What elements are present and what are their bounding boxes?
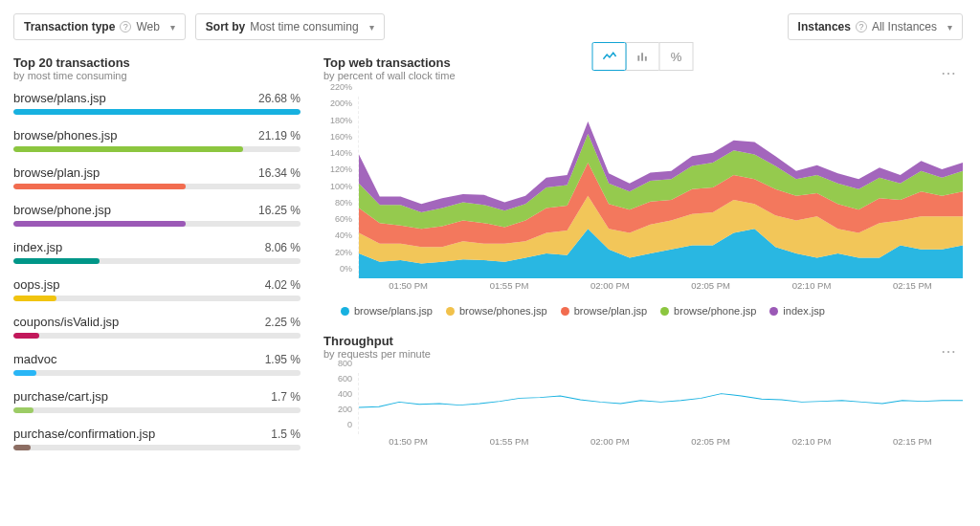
transaction-name: browse/phones.jsp: [13, 128, 117, 142]
transactions-list: browse/plans.jsp26.68 %browse/phones.jsp…: [13, 91, 301, 464]
transaction-name: purchase/confirmation.jsp: [13, 427, 155, 441]
legend-swatch: [660, 307, 669, 316]
percent-icon: %: [671, 50, 682, 64]
transaction-value: 1.5 %: [271, 427, 301, 441]
legend-label: index.jsp: [783, 305, 824, 317]
throughput-title: Throughput: [323, 334, 431, 348]
transaction-value: 16.25 %: [258, 204, 301, 217]
viewmode-chart-button[interactable]: [592, 42, 627, 71]
legend-swatch: [341, 307, 349, 316]
svg-rect-0: [637, 55, 639, 61]
transaction-value: 8.06 %: [265, 241, 301, 254]
legend-item[interactable]: browse/phones.jsp: [446, 305, 547, 317]
chevron-down-icon: ▾: [947, 22, 952, 33]
transaction-row[interactable]: purchase/cart.jsp1.7 %: [13, 389, 301, 413]
transaction-row[interactable]: coupons/isValid.jsp2.25 %: [13, 315, 301, 339]
transactions-title: Top 20 transactions: [13, 55, 301, 70]
throughput-more-button[interactable]: ⋯: [935, 340, 963, 362]
transaction-name: purchase/cart.jsp: [13, 389, 108, 404]
svg-rect-1: [641, 53, 643, 60]
transaction-row[interactable]: browse/plans.jsp26.68 %: [13, 91, 301, 115]
legend-item[interactable]: browse/phone.jsp: [660, 305, 756, 317]
transaction-name: browse/phone.jsp: [13, 203, 111, 217]
transaction-type-label: Transaction type: [24, 20, 115, 33]
transaction-name: coupons/isValid.jsp: [13, 315, 119, 329]
instances-value: All Instances: [872, 20, 937, 33]
transaction-row[interactable]: index.jsp8.06 %: [13, 240, 301, 264]
transaction-row[interactable]: browse/plan.jsp16.34 %: [13, 165, 301, 189]
legend-item[interactable]: browse/plan.jsp: [561, 305, 647, 317]
bar-chart-icon: [635, 51, 650, 62]
top-web-chart[interactable]: 0%20%40%60%80%100%120%140%160%180%200%22…: [323, 97, 963, 297]
transaction-row[interactable]: oops.jsp4.02 %: [13, 277, 301, 301]
transaction-value: 4.02 %: [265, 278, 301, 292]
instances-label: Instances: [798, 20, 851, 33]
chevron-down-icon: ▾: [170, 22, 175, 33]
transaction-row[interactable]: madvoc1.95 %: [13, 352, 301, 376]
legend-swatch: [561, 307, 569, 316]
legend-label: browse/phones.jsp: [459, 305, 547, 317]
transaction-bar: [13, 109, 301, 115]
transaction-name: madvoc: [13, 352, 57, 366]
transaction-bar: [13, 333, 301, 339]
transaction-bar: [13, 184, 301, 189]
legend-item[interactable]: browse/plans.jsp: [341, 305, 433, 317]
legend-swatch: [446, 307, 455, 316]
transaction-bar: [13, 370, 301, 376]
legend-label: browse/plan.jsp: [574, 305, 647, 317]
help-icon: ?: [120, 21, 131, 33]
transaction-value: 2.25 %: [265, 316, 301, 329]
viewmode-bars-button[interactable]: [626, 42, 660, 71]
top-chart-more-button[interactable]: ⋯: [935, 62, 963, 84]
transaction-bar: [13, 296, 301, 301]
transaction-name: index.jsp: [13, 240, 62, 254]
transaction-row[interactable]: browse/phone.jsp16.25 %: [13, 203, 301, 227]
transaction-bar: [13, 146, 301, 152]
svg-rect-2: [644, 56, 646, 61]
top-chart-subtitle: by percent of wall clock time: [323, 70, 456, 81]
transaction-value: 26.68 %: [258, 92, 301, 105]
transactions-subtitle: by most time consuming: [13, 70, 301, 81]
legend-label: browse/plans.jsp: [354, 305, 433, 317]
throughput-chart[interactable]: 0200400600800 01:50 PM01:55 PM02:00 PM02…: [323, 373, 963, 453]
transaction-bar: [13, 445, 301, 450]
top-chart-legend: browse/plans.jspbrowse/phones.jspbrowse/…: [341, 305, 963, 317]
transaction-value: 1.95 %: [265, 353, 301, 366]
transaction-bar: [13, 258, 301, 264]
instances-dropdown[interactable]: Instances ? All Instances ▾: [788, 13, 963, 40]
transaction-value: 16.34 %: [258, 166, 301, 180]
legend-item[interactable]: index.jsp: [769, 305, 824, 317]
transaction-name: browse/plans.jsp: [13, 91, 106, 105]
sortby-label: Sort by: [206, 20, 245, 33]
legend-label: browse/phone.jsp: [674, 305, 756, 317]
transaction-row[interactable]: purchase/confirmation.jsp1.5 %: [13, 427, 301, 450]
transaction-type-value: Web: [136, 20, 159, 33]
transaction-name: oops.jsp: [13, 277, 59, 292]
help-icon: ?: [856, 21, 867, 33]
transaction-bar: [13, 221, 301, 227]
transaction-value: 1.7 %: [271, 390, 301, 404]
top-chart-title: Top web transactions: [323, 55, 456, 70]
legend-swatch: [769, 307, 778, 316]
transaction-bar: [13, 407, 301, 413]
viewmode-percent-button[interactable]: %: [659, 42, 694, 71]
transaction-value: 21.19 %: [258, 129, 301, 142]
sortby-dropdown[interactable]: Sort by Most time consuming ▾: [195, 13, 385, 40]
transaction-type-dropdown[interactable]: Transaction type ? Web ▾: [13, 13, 186, 40]
sortby-value: Most time consuming: [250, 20, 358, 33]
line-chart-icon: [602, 51, 616, 62]
transaction-row[interactable]: browse/phones.jsp21.19 %: [13, 128, 301, 152]
chevron-down-icon: ▾: [369, 22, 374, 33]
transaction-name: browse/plan.jsp: [13, 165, 100, 180]
